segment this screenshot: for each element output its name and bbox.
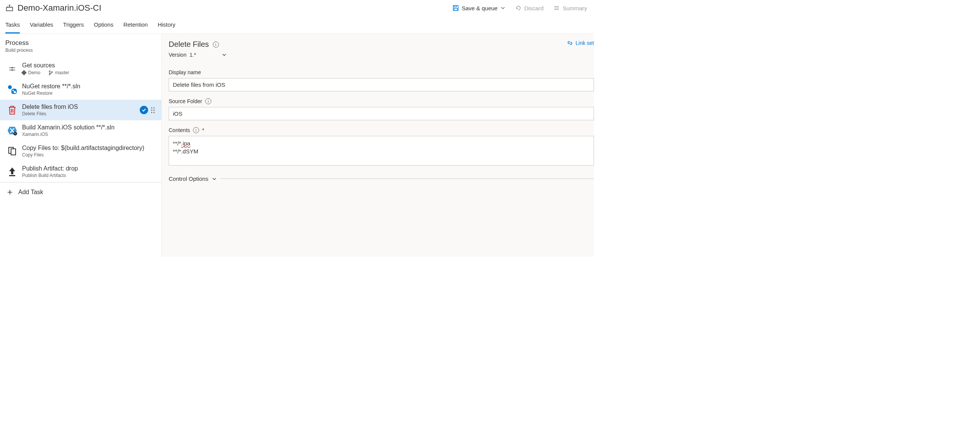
info-icon[interactable]: i [205,98,211,104]
svg-point-8 [51,72,53,73]
add-task-label: Add Task [18,189,43,196]
contents-field-group: Contents i * **/*.ipa**/*.dSYM [169,127,594,166]
chevron-down-icon [212,177,217,181]
task-row[interactable]: Copy Files to: $(build.artifactstagingdi… [0,141,161,161]
process-header[interactable]: Process Build process [0,34,161,58]
task-row[interactable]: Publish Artifact: dropPublish Build Arti… [0,161,161,182]
svg-rect-3 [454,8,457,11]
tabs-bar: TasksVariablesTriggersOptionsRetentionHi… [0,21,594,34]
left-pane: Process Build process Get sources [0,34,162,257]
summary-button: Summary [554,5,587,11]
publish-icon [7,166,18,177]
task-row[interactable]: Build Xamarin.iOS solution **/*.slnXamar… [0,120,161,141]
task-title: Publish Artifact: drop [22,165,78,172]
svg-rect-2 [454,6,456,7]
panel-title: Delete Files [169,40,209,49]
xamarin-icon [7,125,18,136]
plus-icon [7,189,13,195]
source-folder-field-group: Source Folder i [169,98,594,120]
trash-icon [7,105,18,115]
process-title: Process [5,39,156,47]
task-title: Build Xamarin.iOS solution **/*.sln [22,124,115,131]
save-icon [453,5,459,11]
pipeline-title: Demo-Xamarin.iOS-CI [18,3,101,13]
task-subtitle: Publish Build Artifacts [22,173,78,178]
svg-point-5 [12,69,13,70]
control-options-label: Control Options [169,175,208,182]
tab-tasks[interactable]: Tasks [5,21,20,33]
svg-rect-0 [6,7,13,11]
tab-retention[interactable]: Retention [123,21,148,33]
header-toolbar: Save & queue Discard [453,5,587,11]
nuget-icon [7,84,18,95]
save-and-queue-button[interactable]: Save & queue [453,5,505,11]
enabled-check-icon [140,106,148,114]
display-name-input[interactable] [169,78,594,91]
source-folder-label: Source Folder [169,98,202,104]
process-subtitle: Build process [5,48,156,53]
task-subtitle: Copy Files [22,152,144,158]
task-row[interactable]: NuGet restore **/*.slnNuGet Restore [0,79,161,100]
svg-point-11 [13,90,14,91]
branch-name: master [55,70,69,75]
info-icon[interactable]: i [213,41,219,48]
task-title: NuGet restore **/*.sln [22,83,80,90]
detail-pane: Delete Files i Version 1.* [162,34,594,257]
svg-point-6 [49,71,50,72]
display-name-field-group: Display name [169,69,594,91]
tab-variables[interactable]: Variables [30,21,53,33]
svg-rect-16 [11,149,16,155]
build-pipeline-icon [5,4,14,12]
divider [220,179,594,179]
task-list: Get sources Demo master [0,58,161,182]
discard-button: Discard [515,5,544,11]
add-task-button[interactable]: Add Task [0,182,161,202]
task-subtitle: Delete Files [22,111,78,116]
version-selector[interactable]: Version 1.* [169,52,227,58]
source-folder-input[interactable] [169,107,594,120]
save-and-queue-label: Save & queue [462,5,498,11]
svg-point-12 [14,91,16,93]
get-sources-row[interactable]: Get sources Demo master [0,58,161,79]
svg-point-4 [12,67,13,68]
task-title: Copy Files to: $(build.artifactstagingdi… [22,145,144,151]
svg-point-7 [49,74,50,75]
chevron-down-icon [222,53,227,57]
tab-options[interactable]: Options [94,21,113,33]
chevron-down-icon [501,6,505,10]
sources-icon [7,64,18,74]
link-settings-button[interactable]: Link set [567,40,594,46]
copy-icon [7,146,18,156]
svg-rect-17 [9,175,15,176]
task-subtitle: NuGet Restore [22,91,80,96]
display-name-label: Display name [169,69,201,75]
tab-history[interactable]: History [158,21,176,33]
required-indicator: * [202,127,204,133]
repo-name: Demo [28,70,40,75]
task-row[interactable]: Delete files from iOSDelete Files [0,100,161,120]
link-settings-label: Link set [576,40,594,46]
contents-input[interactable]: **/*.ipa**/*.dSYM [169,136,594,166]
version-label: Version [169,52,187,58]
summary-label: Summary [563,5,587,11]
svg-point-9 [8,85,12,89]
repo-icon [21,70,27,75]
discard-label: Discard [524,5,544,11]
contents-label: Contents [169,127,190,133]
page-header: Demo-Xamarin.iOS-CI Save & queue [0,0,594,13]
drag-handle-icon[interactable] [151,107,155,113]
task-title: Delete files from iOS [22,104,78,110]
undo-icon [515,5,521,11]
get-sources-title: Get sources [22,62,69,69]
control-options-toggle[interactable]: Control Options [169,175,594,182]
tab-triggers[interactable]: Triggers [63,21,84,33]
task-subtitle: Xamarin.iOS [22,132,115,137]
version-value: 1.* [190,52,196,58]
list-icon [554,5,560,11]
info-icon[interactable]: i [193,127,199,133]
branch-icon [49,70,53,75]
link-icon [567,40,573,46]
